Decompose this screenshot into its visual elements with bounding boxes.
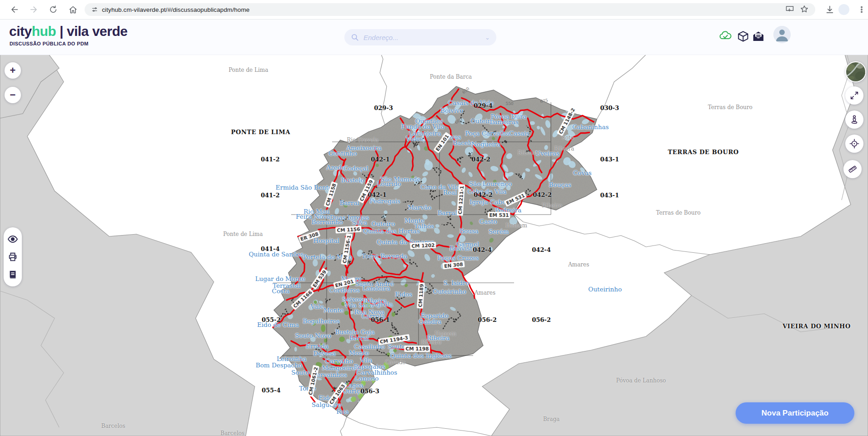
user-icon — [773, 26, 791, 43]
browser-menu-button[interactable] — [855, 3, 868, 16]
printer-icon — [8, 252, 18, 262]
install-icon — [785, 5, 794, 14]
pegman-icon — [849, 115, 859, 125]
basemap-thumbnail-button[interactable] — [845, 61, 866, 82]
page-subtitle: DISCUSSÃO PÚBLICA DO PDM — [10, 41, 89, 46]
target-icon — [849, 139, 859, 149]
forward-arrow-icon — [29, 5, 39, 15]
install-app-button[interactable] — [785, 5, 795, 15]
app-logo[interactable]: cityhub | vila verde — [9, 24, 127, 39]
cube-icon — [737, 30, 749, 43]
browser-forward-button[interactable] — [27, 3, 40, 16]
kebab-menu-icon — [858, 5, 866, 14]
minus-icon: − — [10, 90, 16, 100]
map-canvas[interactable]: Casais de VideBoivivoQuintãesFundo da Vi… — [0, 0, 868, 436]
chevron-down-icon[interactable]: ⌄ — [485, 34, 490, 41]
map-tools-pill — [4, 227, 22, 286]
mail-tray-icon — [752, 30, 765, 43]
logo-hub: hub — [32, 24, 56, 39]
download-icon — [825, 5, 835, 15]
book-icon — [8, 270, 18, 280]
expand-icon — [849, 90, 859, 100]
ruler-icon — [848, 164, 858, 174]
visibility-button[interactable] — [7, 234, 18, 245]
logo-city: city — [9, 24, 32, 39]
app-header: cityhub | vila verde DISCUSSÃO PÚBLICA D… — [0, 19, 868, 55]
satellite-thumbnail — [846, 62, 865, 81]
browser-back-button[interactable] — [8, 3, 21, 16]
reload-icon — [49, 5, 58, 14]
url-text[interactable]: cityhub.cm-vilaverde.pt/#/discussaopubli… — [102, 6, 250, 13]
back-arrow-icon — [10, 5, 20, 15]
user-avatar-button[interactable] — [773, 26, 791, 43]
map-basemap — [0, 0, 868, 436]
streetview-pegman-button[interactable] — [845, 110, 863, 129]
search-icon — [351, 33, 359, 41]
zoom-in-button[interactable]: + — [5, 62, 21, 79]
browser-reload-button[interactable] — [47, 3, 60, 16]
sync-status-button[interactable] — [719, 30, 732, 44]
region-west-grey — [0, 43, 255, 436]
zoom-out-button[interactable]: − — [5, 87, 21, 103]
address-search-input[interactable]: Endereço... ⌄ — [344, 29, 496, 45]
url-bar[interactable]: cityhub.cm-vilaverde.pt/#/discussaopubli… — [85, 3, 815, 16]
new-participation-button[interactable]: Nova Participação — [736, 402, 854, 424]
browser-home-button[interactable] — [66, 3, 79, 16]
bookmark-button[interactable] — [800, 5, 810, 15]
documents-button[interactable] — [7, 269, 18, 280]
eye-icon — [7, 234, 18, 245]
home-icon — [68, 5, 78, 15]
plus-icon: + — [10, 65, 16, 75]
cloud-check-icon — [719, 30, 732, 42]
site-info-icon[interactable] — [91, 6, 98, 13]
search-placeholder: Endereço... — [363, 34, 399, 41]
downloads-button[interactable] — [823, 3, 836, 16]
inbox-button[interactable] — [752, 30, 766, 44]
locate-button[interactable] — [845, 135, 863, 153]
3d-model-button[interactable] — [737, 30, 751, 44]
star-icon — [800, 5, 809, 14]
browser-profile-avatar[interactable] — [838, 4, 849, 15]
measure-button[interactable] — [843, 160, 862, 178]
browser-toolbar: cityhub.cm-vilaverde.pt/#/discussaopubli… — [0, 0, 868, 20]
logo-suffix: | vila verde — [56, 24, 127, 39]
print-button[interactable] — [7, 251, 18, 262]
fullscreen-button[interactable] — [845, 86, 863, 105]
